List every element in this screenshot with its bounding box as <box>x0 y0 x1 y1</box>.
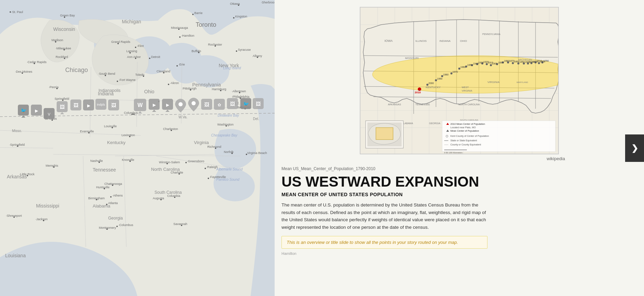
svg-text:Green Bay: Green Bay <box>60 14 75 17</box>
svg-text:Evansville: Evansville <box>80 130 94 133</box>
wikipedia-link[interactable]: wikipedia <box>275 154 644 161</box>
svg-text:1840: 1840 <box>525 61 530 63</box>
svg-text:Lansing: Lansing <box>126 49 137 53</box>
svg-rect-312 <box>376 128 393 140</box>
svg-text:·Akron: ·Akron <box>170 81 179 85</box>
svg-text:Georgia: Georgia <box>108 216 123 221</box>
svg-text:Madison: Madison <box>51 38 63 42</box>
svg-text:Springfield: Springfield <box>55 97 69 100</box>
svg-point-205 <box>192 101 196 105</box>
svg-text:Louisiana: Louisiana <box>5 253 26 258</box>
svg-text:2000: 2000 <box>428 82 434 84</box>
svg-text:1860: 1860 <box>514 60 519 63</box>
svg-text:·Athens: ·Athens <box>112 194 123 197</box>
svg-text:Ann Arbor: Ann Arbor <box>127 55 141 59</box>
svg-point-90 <box>176 65 178 67</box>
svg-text:Kingston: Kingston <box>235 15 247 18</box>
svg-text:Atlanta: Atlanta <box>108 201 118 205</box>
svg-text:·Peoria: ·Peoria <box>49 85 59 89</box>
svg-text:·South Bend: ·South Bend <box>98 72 115 75</box>
svg-text:NORTH CAROLINA: NORTH CAROLINA <box>458 103 480 106</box>
svg-point-134 <box>185 162 187 163</box>
svg-text:Winston-Salem: Winston-Salem <box>159 161 180 164</box>
svg-text:·Fort Wayne: ·Fort Wayne <box>119 78 136 82</box>
svg-text:V: V <box>48 112 50 116</box>
svg-text:Del.: Del. <box>253 117 259 121</box>
svg-text:County or County Equivalent: County or County Equivalent <box>450 143 481 146</box>
next-button[interactable]: ❯ <box>625 134 644 162</box>
svg-text:Buffalo: Buffalo <box>192 49 201 53</box>
svg-text:VIRGINIA: VIRGINIA <box>487 81 500 84</box>
left-map-panel[interactable]: Wisconsin Michigan Indiana Ohio Pennsylv… <box>0 0 275 296</box>
svg-text:Chattanooga: Chattanooga <box>104 182 122 186</box>
sub-title: MEAN CENTER OF UNITED STATES POPULATION <box>281 192 487 197</box>
svg-text:🐦: 🐦 <box>243 101 249 107</box>
main-title: US WESTWARD EXPANSION <box>281 174 487 190</box>
svg-text:·Fayetteville: ·Fayetteville <box>209 175 226 179</box>
svg-text:·Springfield: ·Springfield <box>9 143 25 146</box>
svg-text:·Des Moines: ·Des Moines <box>15 70 33 73</box>
svg-text:Norfolk: Norfolk <box>224 150 234 154</box>
svg-text:Mean Center of Population: Mean Center of Population <box>450 130 479 132</box>
svg-point-40 <box>10 11 11 13</box>
content-area: Mean US_Mean_Center_of_Population_1790-2… <box>275 161 566 261</box>
svg-text:Mississippi: Mississippi <box>36 203 59 209</box>
svg-text:Chesapeake Bay: Chesapeake Bay <box>211 133 238 137</box>
svg-text:Ottawa: Ottawa <box>230 2 240 5</box>
svg-text:·Hamilton: ·Hamilton <box>181 34 194 37</box>
svg-text:PENNSYLVANIA: PENNSYLVANIA <box>482 33 501 35</box>
svg-text:Lexington: Lexington <box>122 133 135 137</box>
svg-text:Huntsville: Huntsville <box>96 186 110 189</box>
svg-text:Columbus: Columbus <box>124 111 138 115</box>
svg-point-160 <box>116 226 118 227</box>
svg-text:TENNESSEE: TENNESSEE <box>415 103 430 106</box>
us-map-svg: Wisconsin Michigan Indiana Ohio Pennsylv… <box>0 0 275 296</box>
svg-text:Virginia Beach: Virginia Beach <box>247 151 267 155</box>
svg-text:·Flint: ·Flint <box>137 44 144 48</box>
population-map-image: IOWA ILLINOIS INDIANA OHIO PENNSYLVANIA … <box>360 7 559 154</box>
svg-text:1940: 1940 <box>473 62 479 65</box>
svg-text:Located near Plato, MO: Located near Plato, MO <box>450 126 476 129</box>
svg-text:2010 Mean Center of Population: 2010 Mean Center of Population <box>450 123 485 126</box>
svg-text:State or State Equivalent: State or State Equivalent <box>450 139 477 142</box>
svg-text:Kent  County of Center of Popu: Kent County of Center of Population <box>450 135 489 138</box>
svg-text:·Cedar Rapids: ·Cedar Rapids <box>27 60 47 64</box>
svg-text:1870: 1870 <box>509 60 515 62</box>
svg-text:1990: 1990 <box>437 78 442 80</box>
svg-text:Chicago: Chicago <box>65 67 88 73</box>
svg-text:Delaware Bay: Delaware Bay <box>218 114 239 117</box>
svg-text:1920: 1920 <box>483 61 489 63</box>
svg-text:Washington: Washington <box>217 123 233 126</box>
svg-text:1890: 1890 <box>498 61 504 64</box>
svg-text:1950: 1950 <box>467 64 473 66</box>
right-panel: IOWA ILLINOIS INDIANA OHIO PENNSYLVANIA … <box>275 0 644 296</box>
svg-text:🖼: 🖼 <box>60 104 65 110</box>
svg-text:Syracuse: Syracuse <box>238 48 251 51</box>
svg-point-146 <box>110 196 112 198</box>
wikipedia-label[interactable]: wikipedia <box>547 156 565 161</box>
svg-text:Louisville: Louisville <box>104 125 117 128</box>
svg-text:✿: ✿ <box>218 103 221 107</box>
svg-point-136 <box>205 168 206 169</box>
svg-text:·Columbus: ·Columbus <box>118 223 134 227</box>
description-text: The mean center of U.S. population is de… <box>281 201 487 231</box>
svg-text:W.Va.: W.Va. <box>179 115 187 119</box>
hamilton-label: Hamilton <box>281 251 487 256</box>
svg-text:Rockford: Rockford <box>56 55 68 59</box>
svg-text:W: W <box>137 102 143 108</box>
svg-point-68 <box>192 14 194 15</box>
svg-text:ILLINOIS: ILLINOIS <box>415 39 427 43</box>
svg-point-308 <box>418 87 421 91</box>
svg-text:KENTUCKY: KENTUCKY <box>426 86 441 89</box>
svg-text:Pittsburgh: Pittsburgh <box>183 87 197 90</box>
svg-text:OHIO: OHIO <box>460 39 467 43</box>
svg-text:Long Island: Long Island <box>223 66 241 70</box>
svg-point-150 <box>106 204 107 205</box>
svg-text:·Allentown: ·Allentown <box>232 90 246 93</box>
svg-point-58 <box>135 47 136 48</box>
svg-text:Wisconsin: Wisconsin <box>53 26 75 32</box>
svg-text:·Little Rock: ·Little Rock <box>19 173 35 176</box>
svg-text:🖼: 🖼 <box>73 103 78 108</box>
svg-text:·Milwaukee: ·Milwaukee <box>56 47 71 50</box>
svg-text:Mississauga: Mississauga <box>171 26 188 29</box>
